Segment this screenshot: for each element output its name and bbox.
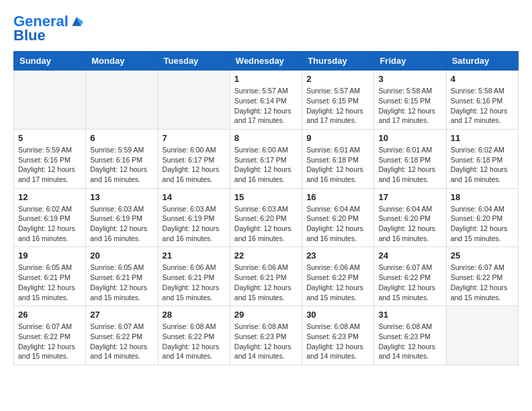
day-info: Sunrise: 5:57 AM Sunset: 6:15 PM Dayligh…	[306, 86, 369, 126]
calendar-table: SundayMondayTuesdayWednesdayThursdayFrid…	[13, 51, 519, 365]
weekday-thursday: Thursday	[302, 52, 374, 71]
weekday-wednesday: Wednesday	[230, 52, 302, 71]
calendar-cell-w4d4: 22Sunrise: 6:06 AM Sunset: 6:21 PM Dayli…	[230, 247, 302, 306]
day-info: Sunrise: 5:57 AM Sunset: 6:14 PM Dayligh…	[234, 86, 298, 126]
day-number: 2	[306, 74, 369, 84]
day-number: 17	[378, 192, 441, 202]
day-number: 26	[18, 310, 81, 320]
day-number: 3	[378, 74, 441, 84]
week-row-5: 26Sunrise: 6:07 AM Sunset: 6:22 PM Dayli…	[14, 306, 519, 365]
calendar-cell-w2d3: 7Sunrise: 6:00 AM Sunset: 6:17 PM Daylig…	[158, 129, 230, 188]
calendar-cell-w2d1: 5Sunrise: 5:59 AM Sunset: 6:16 PM Daylig…	[14, 129, 86, 188]
logo: General Blue	[13, 13, 83, 44]
calendar-cell-w4d5: 23Sunrise: 6:06 AM Sunset: 6:22 PM Dayli…	[302, 247, 374, 306]
day-info: Sunrise: 5:58 AM Sunset: 6:15 PM Dayligh…	[378, 86, 441, 126]
day-info: Sunrise: 6:03 AM Sunset: 6:20 PM Dayligh…	[234, 204, 298, 244]
calendar-cell-w4d6: 24Sunrise: 6:07 AM Sunset: 6:22 PM Dayli…	[374, 247, 446, 306]
calendar-cell-w1d2	[86, 71, 158, 130]
calendar-cell-w1d1	[14, 71, 86, 130]
day-info: Sunrise: 6:03 AM Sunset: 6:19 PM Dayligh…	[163, 204, 226, 244]
week-row-3: 12Sunrise: 6:02 AM Sunset: 6:19 PM Dayli…	[14, 188, 519, 247]
day-number: 10	[378, 133, 441, 143]
calendar-cell-w5d4: 29Sunrise: 6:08 AM Sunset: 6:23 PM Dayli…	[230, 306, 302, 365]
day-number: 21	[163, 250, 226, 261]
calendar-cell-w4d7: 25Sunrise: 6:07 AM Sunset: 6:22 PM Dayli…	[446, 247, 518, 306]
day-number: 11	[451, 133, 514, 143]
calendar-cell-w5d2: 27Sunrise: 6:07 AM Sunset: 6:22 PM Dayli…	[86, 306, 158, 365]
weekday-header-row: SundayMondayTuesdayWednesdayThursdayFrid…	[14, 52, 519, 71]
logo-icon	[70, 15, 83, 28]
calendar-cell-w3d4: 15Sunrise: 6:03 AM Sunset: 6:20 PM Dayli…	[230, 188, 302, 247]
day-number: 4	[451, 74, 514, 84]
day-info: Sunrise: 6:04 AM Sunset: 6:20 PM Dayligh…	[306, 204, 369, 244]
day-info: Sunrise: 6:06 AM Sunset: 6:22 PM Dayligh…	[306, 263, 369, 302]
page-header: General Blue	[13, 13, 519, 44]
day-number: 19	[18, 250, 81, 261]
day-number: 23	[306, 250, 369, 261]
day-number: 13	[90, 192, 153, 202]
day-number: 22	[234, 250, 298, 261]
calendar-cell-w2d6: 10Sunrise: 6:01 AM Sunset: 6:18 PM Dayli…	[374, 129, 446, 188]
day-info: Sunrise: 6:02 AM Sunset: 6:18 PM Dayligh…	[451, 145, 514, 185]
day-info: Sunrise: 5:59 AM Sunset: 6:16 PM Dayligh…	[90, 145, 153, 185]
day-info: Sunrise: 6:01 AM Sunset: 6:18 PM Dayligh…	[306, 145, 369, 185]
day-number: 28	[163, 310, 226, 320]
calendar-cell-w4d2: 20Sunrise: 6:05 AM Sunset: 6:21 PM Dayli…	[86, 247, 158, 306]
calendar-cell-w1d4: 1Sunrise: 5:57 AM Sunset: 6:14 PM Daylig…	[230, 71, 302, 130]
calendar-cell-w1d6: 3Sunrise: 5:58 AM Sunset: 6:15 PM Daylig…	[374, 71, 446, 130]
day-info: Sunrise: 6:00 AM Sunset: 6:17 PM Dayligh…	[163, 145, 226, 185]
day-info: Sunrise: 6:08 AM Sunset: 6:23 PM Dayligh…	[306, 322, 369, 361]
calendar-cell-w4d3: 21Sunrise: 6:06 AM Sunset: 6:21 PM Dayli…	[158, 247, 230, 306]
day-info: Sunrise: 6:06 AM Sunset: 6:21 PM Dayligh…	[234, 263, 298, 302]
calendar-cell-w1d3	[158, 71, 230, 130]
calendar-cell-w4d1: 19Sunrise: 6:05 AM Sunset: 6:21 PM Dayli…	[14, 247, 86, 306]
day-number: 6	[90, 133, 153, 143]
day-info: Sunrise: 6:08 AM Sunset: 6:23 PM Dayligh…	[378, 322, 441, 361]
week-row-2: 5Sunrise: 5:59 AM Sunset: 6:16 PM Daylig…	[14, 129, 519, 188]
day-info: Sunrise: 6:07 AM Sunset: 6:22 PM Dayligh…	[378, 263, 441, 302]
weekday-friday: Friday	[374, 52, 446, 71]
calendar-cell-w3d5: 16Sunrise: 6:04 AM Sunset: 6:20 PM Dayli…	[302, 188, 374, 247]
calendar-cell-w3d6: 17Sunrise: 6:04 AM Sunset: 6:20 PM Dayli…	[374, 188, 446, 247]
calendar-cell-w5d6: 31Sunrise: 6:08 AM Sunset: 6:23 PM Dayli…	[374, 306, 446, 365]
day-info: Sunrise: 6:06 AM Sunset: 6:21 PM Dayligh…	[163, 263, 226, 302]
day-number: 20	[90, 250, 153, 261]
day-number: 1	[234, 74, 298, 84]
day-info: Sunrise: 6:03 AM Sunset: 6:19 PM Dayligh…	[90, 204, 153, 244]
day-info: Sunrise: 6:08 AM Sunset: 6:22 PM Dayligh…	[163, 322, 226, 361]
calendar-cell-w3d3: 14Sunrise: 6:03 AM Sunset: 6:19 PM Dayli…	[158, 188, 230, 247]
weekday-sunday: Sunday	[14, 52, 86, 71]
day-number: 25	[451, 250, 514, 261]
weekday-tuesday: Tuesday	[158, 52, 230, 71]
day-info: Sunrise: 6:05 AM Sunset: 6:21 PM Dayligh…	[18, 263, 81, 302]
day-info: Sunrise: 6:00 AM Sunset: 6:17 PM Dayligh…	[234, 145, 298, 185]
calendar-body: 1Sunrise: 5:57 AM Sunset: 6:14 PM Daylig…	[14, 71, 519, 365]
day-info: Sunrise: 6:07 AM Sunset: 6:22 PM Dayligh…	[451, 263, 514, 302]
day-number: 12	[18, 192, 81, 202]
day-number: 7	[163, 133, 226, 143]
week-row-4: 19Sunrise: 6:05 AM Sunset: 6:21 PM Dayli…	[14, 247, 519, 306]
day-info: Sunrise: 6:04 AM Sunset: 6:20 PM Dayligh…	[378, 204, 441, 244]
calendar-cell-w2d5: 9Sunrise: 6:01 AM Sunset: 6:18 PM Daylig…	[302, 129, 374, 188]
calendar-cell-w3d2: 13Sunrise: 6:03 AM Sunset: 6:19 PM Dayli…	[86, 188, 158, 247]
calendar-cell-w1d7: 4Sunrise: 5:58 AM Sunset: 6:16 PM Daylig…	[446, 71, 518, 130]
day-info: Sunrise: 6:05 AM Sunset: 6:21 PM Dayligh…	[90, 263, 153, 302]
day-info: Sunrise: 6:07 AM Sunset: 6:22 PM Dayligh…	[90, 322, 153, 361]
day-info: Sunrise: 5:58 AM Sunset: 6:16 PM Dayligh…	[451, 86, 514, 126]
day-number: 24	[378, 250, 441, 261]
calendar-cell-w1d5: 2Sunrise: 5:57 AM Sunset: 6:15 PM Daylig…	[302, 71, 374, 130]
calendar-cell-w2d7: 11Sunrise: 6:02 AM Sunset: 6:18 PM Dayli…	[446, 129, 518, 188]
day-number: 5	[18, 133, 81, 143]
day-info: Sunrise: 6:01 AM Sunset: 6:18 PM Dayligh…	[378, 145, 441, 185]
day-number: 29	[234, 310, 298, 320]
calendar-cell-w2d2: 6Sunrise: 5:59 AM Sunset: 6:16 PM Daylig…	[86, 129, 158, 188]
day-info: Sunrise: 5:59 AM Sunset: 6:16 PM Dayligh…	[18, 145, 81, 185]
day-number: 18	[451, 192, 514, 202]
calendar-cell-w5d1: 26Sunrise: 6:07 AM Sunset: 6:22 PM Dayli…	[14, 306, 86, 365]
calendar-cell-w5d7	[446, 306, 518, 365]
calendar-cell-w5d3: 28Sunrise: 6:08 AM Sunset: 6:22 PM Dayli…	[158, 306, 230, 365]
calendar-cell-w5d5: 30Sunrise: 6:08 AM Sunset: 6:23 PM Dayli…	[302, 306, 374, 365]
day-number: 16	[306, 192, 369, 202]
day-number: 8	[234, 133, 298, 143]
day-number: 31	[378, 310, 441, 320]
